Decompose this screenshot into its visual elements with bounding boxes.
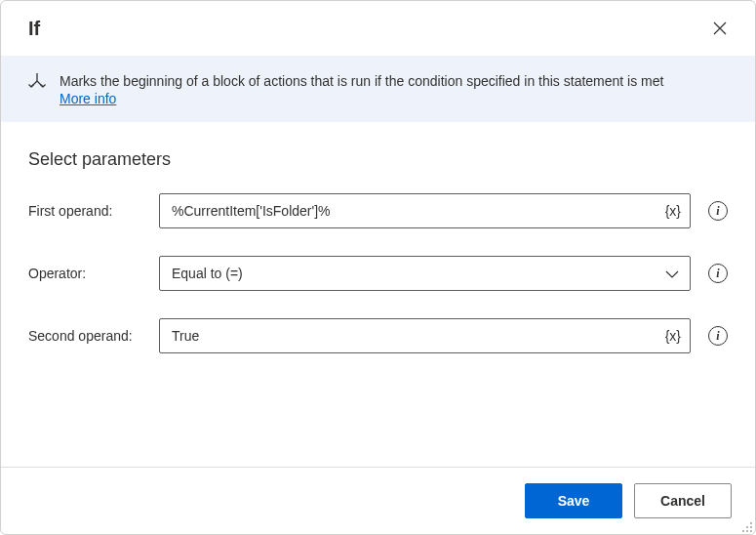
description-bar: Marks the beginning of a block of action… (1, 56, 755, 122)
operator-row: Operator: (28, 256, 728, 291)
first-operand-info-button[interactable] (708, 201, 728, 221)
second-operand-input-wrapper: {x} (159, 318, 691, 353)
first-operand-row: First operand: {x} (28, 193, 728, 228)
section-title: Select parameters (28, 149, 728, 170)
operator-select-wrapper[interactable] (159, 256, 691, 291)
second-operand-label: Second operand: (28, 328, 147, 344)
dialog-content: Select parameters First operand: {x} Ope… (1, 122, 755, 467)
close-icon (713, 21, 727, 35)
svg-point-3 (742, 530, 744, 532)
more-info-link[interactable]: More info (60, 91, 116, 106)
resize-grip[interactable] (741, 520, 753, 532)
svg-point-4 (746, 530, 748, 532)
first-operand-input[interactable] (159, 193, 691, 228)
dialog-header: If (1, 1, 755, 56)
svg-point-0 (750, 522, 752, 524)
description-text: Marks the beginning of a block of action… (60, 73, 663, 89)
cancel-button[interactable]: Cancel (634, 483, 732, 518)
close-button[interactable] (708, 17, 732, 40)
second-operand-row: Second operand: {x} (28, 318, 728, 353)
operator-select[interactable] (159, 256, 691, 291)
first-operand-label: First operand: (28, 203, 147, 219)
operator-label: Operator: (28, 266, 147, 281)
operator-info-button[interactable] (708, 264, 728, 283)
description-text-block: Marks the beginning of a block of action… (60, 71, 663, 106)
branch-icon (28, 73, 46, 96)
save-button[interactable]: Save (525, 483, 622, 518)
variable-token-icon[interactable]: {x} (665, 328, 681, 344)
variable-token-icon[interactable]: {x} (665, 203, 681, 219)
first-operand-input-wrapper: {x} (159, 193, 691, 228)
svg-point-2 (750, 526, 752, 528)
second-operand-input[interactable] (159, 318, 691, 353)
dialog-footer: Save Cancel (1, 467, 755, 534)
svg-point-5 (750, 530, 752, 532)
dialog-title: If (28, 18, 40, 40)
if-dialog: If Marks the beginning of a block of act… (0, 0, 756, 535)
svg-point-1 (746, 526, 748, 528)
second-operand-info-button[interactable] (708, 326, 728, 346)
